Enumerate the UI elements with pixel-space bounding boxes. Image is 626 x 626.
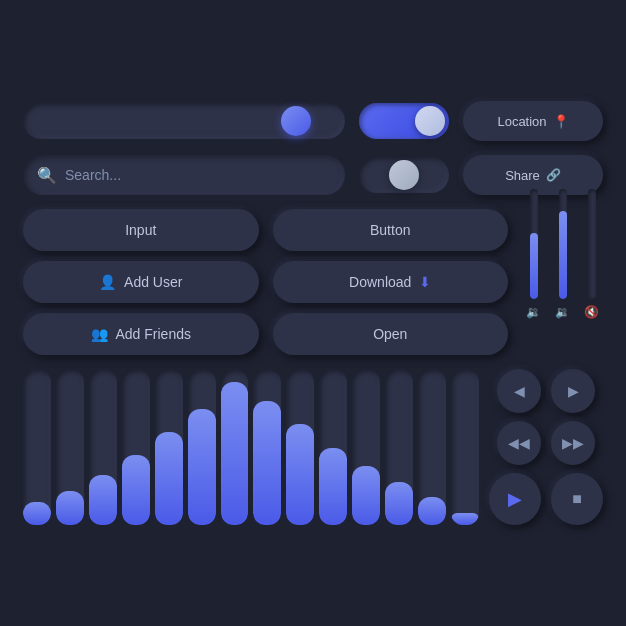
next-button[interactable]: ▶ [551, 369, 595, 413]
vbar-11 [352, 370, 380, 525]
vbar-10 [319, 370, 347, 525]
vol-icon-2: 🔉 [555, 305, 570, 319]
slider-2-thumb[interactable] [389, 160, 419, 190]
button-label: Button [370, 222, 410, 238]
vol-icon-1: 🔉 [526, 305, 541, 319]
download-label: Download [349, 274, 411, 290]
vbar-7 [221, 370, 249, 525]
button-button[interactable]: Button [273, 209, 509, 251]
search-bar[interactable]: 🔍 Search... [23, 155, 345, 195]
vbar-6 [188, 370, 216, 525]
vbar-2 [56, 370, 84, 525]
location-icon: 📍 [553, 114, 569, 129]
rewind-icon: ◀◀ [508, 435, 530, 451]
add-user-icon: 👤 [99, 274, 116, 290]
prev-button[interactable]: ◀ [497, 369, 541, 413]
vbar-3 [89, 370, 117, 525]
fast-forward-button[interactable]: ▶▶ [551, 421, 595, 465]
vbar-1 [23, 370, 51, 525]
volume-col-2: 🔉 [555, 189, 570, 319]
download-icon: ⬇ [419, 274, 431, 290]
media-controls: ◀ ▶ ◀◀ ▶▶ ▶ ■ [489, 369, 603, 525]
vbar-8 [253, 370, 281, 525]
volume-col-3: 🔇 [584, 189, 599, 319]
vol-fill-2 [559, 211, 567, 299]
input-button[interactable]: Input [23, 209, 259, 251]
location-button[interactable]: Location 📍 [463, 101, 603, 141]
play-icon: ▶ [508, 488, 522, 510]
volume-col-1: 🔉 [526, 189, 541, 319]
toggle-knob [415, 106, 445, 136]
slider-2[interactable] [359, 157, 449, 193]
add-friends-icon: 👥 [91, 326, 108, 342]
add-friends-button[interactable]: 👥 Add Friends [23, 313, 259, 355]
add-user-button[interactable]: 👤 Add User [23, 261, 259, 303]
slider-1[interactable] [23, 103, 345, 139]
stop-icon: ■ [572, 490, 582, 508]
location-label: Location [497, 114, 546, 129]
rewind-button[interactable]: ◀◀ [497, 421, 541, 465]
vbar-12 [385, 370, 413, 525]
prev-icon: ◀ [514, 383, 525, 399]
search-placeholder: Search... [65, 167, 121, 183]
vbar-9 [286, 370, 314, 525]
fast-forward-icon: ▶▶ [562, 435, 584, 451]
input-label: Input [125, 222, 156, 238]
share-icon: 🔗 [546, 168, 561, 182]
vbar-14 [451, 370, 479, 525]
add-user-label: Add User [124, 274, 182, 290]
stop-button[interactable]: ■ [551, 473, 603, 525]
vol-icon-3: 🔇 [584, 305, 599, 319]
open-button[interactable]: Open [273, 313, 509, 355]
play-button[interactable]: ▶ [489, 473, 541, 525]
toggle-switch[interactable] [359, 103, 449, 139]
open-label: Open [373, 326, 407, 342]
vbar-4 [122, 370, 150, 525]
add-friends-label: Add Friends [116, 326, 191, 342]
share-label: Share [505, 168, 540, 183]
vol-fill-1 [530, 233, 538, 299]
slider-1-thumb[interactable] [281, 106, 311, 136]
vbar-5 [155, 370, 183, 525]
search-icon: 🔍 [37, 166, 57, 185]
next-icon: ▶ [568, 383, 579, 399]
vbar-13 [418, 370, 446, 525]
download-button[interactable]: Download ⬇ [273, 261, 509, 303]
